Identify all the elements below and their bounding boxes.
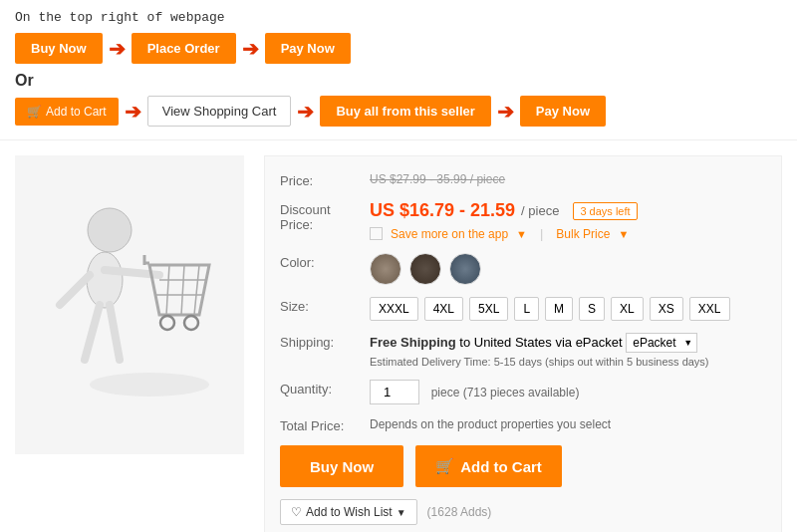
quantity-value-container: piece (713 pieces available) bbox=[370, 380, 766, 404]
svg-line-4 bbox=[85, 305, 100, 360]
discount-label: DiscountPrice: bbox=[280, 200, 370, 232]
svg-line-10 bbox=[181, 265, 184, 315]
wishlist-row: ♡ Add to Wish List ▼ (1628 Adds) bbox=[280, 499, 766, 525]
price-label: Price: bbox=[280, 171, 370, 188]
save-more-dropdown-icon[interactable]: ▼ bbox=[516, 228, 527, 240]
shipping-value: Free Shipping to United States via ePack… bbox=[370, 333, 766, 368]
size-xl[interactable]: XL bbox=[611, 297, 644, 321]
color-swatch-3[interactable] bbox=[449, 253, 481, 285]
product-image-container bbox=[15, 155, 244, 454]
color-row: Color: bbox=[280, 253, 766, 285]
instruction-text: On the top right of webpage bbox=[15, 10, 782, 25]
svg-line-5 bbox=[110, 305, 120, 360]
total-price-row: Total Price: Depends on the product prop… bbox=[280, 416, 766, 433]
svg-point-1 bbox=[87, 252, 123, 308]
shipping-row: Shipping: Free Shipping to United States… bbox=[280, 333, 766, 368]
svg-line-3 bbox=[60, 275, 90, 305]
size-options: XXXL 4XL 5XL L M S XL XS XXL bbox=[370, 297, 766, 321]
color-swatch-2[interactable] bbox=[409, 253, 441, 285]
buy-now-button-flow1[interactable]: Buy Now bbox=[15, 33, 103, 64]
total-price-depends: Depends on the product properties you se… bbox=[370, 417, 611, 431]
shipping-label: Shipping: bbox=[280, 333, 370, 350]
color-swatch-1[interactable] bbox=[370, 253, 401, 285]
place-order-button[interactable]: Place Order bbox=[132, 33, 236, 64]
price-unit: / piece bbox=[521, 203, 559, 218]
shipping-info: Free Shipping to United States via ePack… bbox=[370, 333, 766, 353]
arrow1: ➔ bbox=[109, 37, 126, 61]
color-label: Color: bbox=[280, 253, 370, 270]
svg-point-14 bbox=[160, 316, 174, 330]
action-buttons: Buy Now 🛒 Add to Cart bbox=[280, 445, 766, 487]
bulk-price-icon: ▼ bbox=[618, 228, 629, 240]
product-details-panel: Price: US $27.99 - 35.99 / piece Discoun… bbox=[264, 155, 782, 532]
svg-line-11 bbox=[194, 265, 199, 315]
price-row: Price: US $27.99 - 35.99 / piece bbox=[280, 171, 766, 188]
flow2-row: 🛒 Add to Cart ➔ View Shopping Cart ➔ Buy… bbox=[15, 96, 782, 127]
size-s[interactable]: S bbox=[579, 297, 605, 321]
size-l[interactable]: L bbox=[514, 297, 539, 321]
total-price-label: Total Price: bbox=[280, 416, 370, 433]
arrow3: ➔ bbox=[125, 100, 141, 124]
estimated-delivery-text: Estimated Delivery Time: 5-15 days (ship… bbox=[370, 356, 766, 368]
discount-value: US $16.79 - 21.59 / piece 3 days left Sa… bbox=[370, 200, 766, 241]
bulk-price-link[interactable]: Bulk Price bbox=[556, 227, 610, 241]
svg-point-16 bbox=[90, 373, 209, 397]
price-original: US $27.99 - 35.99 / piece bbox=[370, 172, 505, 186]
size-4xl[interactable]: 4XL bbox=[424, 297, 463, 321]
add-to-cart-button-main[interactable]: 🛒 Add to Cart bbox=[415, 445, 562, 487]
quantity-input[interactable] bbox=[370, 380, 419, 404]
wishlist-button[interactable]: ♡ Add to Wish List ▼ bbox=[280, 499, 417, 525]
or-text: Or bbox=[15, 72, 782, 90]
days-left-badge: 3 days left bbox=[573, 202, 637, 220]
quantity-row: Quantity: piece (713 pieces available) bbox=[280, 380, 766, 404]
size-xxl[interactable]: XXL bbox=[689, 297, 730, 321]
size-xxxl[interactable]: XXXL bbox=[370, 297, 418, 321]
save-more-row: Save more on the app ▼ | Bulk Price ▼ bbox=[370, 226, 766, 241]
save-more-text: Save more on the app bbox=[391, 227, 508, 241]
buy-from-seller-button[interactable]: Buy all from this seller bbox=[320, 96, 490, 127]
size-5xl[interactable]: 5XL bbox=[469, 297, 508, 321]
shopping-cart-figure bbox=[30, 175, 229, 434]
add-to-cart-button-flow2[interactable]: 🛒 Add to Cart bbox=[15, 98, 119, 126]
buy-now-button-main[interactable]: Buy Now bbox=[280, 445, 403, 487]
price-value: US $27.99 - 35.99 / piece bbox=[370, 171, 766, 186]
arrow4: ➔ bbox=[297, 100, 314, 124]
pay-now-button-flow1[interactable]: Pay Now bbox=[265, 33, 351, 64]
svg-point-15 bbox=[184, 316, 198, 330]
product-section: Price: US $27.99 - 35.99 / piece Discoun… bbox=[0, 140, 797, 532]
size-row: Size: XXXL 4XL 5XL L M S XL XS XXL bbox=[280, 297, 766, 321]
shipping-dropdown-wrap: ePacket bbox=[626, 333, 697, 353]
size-m[interactable]: M bbox=[545, 297, 573, 321]
flow1-row: Buy Now ➔ Place Order ➔ Pay Now bbox=[15, 33, 782, 64]
size-xs[interactable]: XS bbox=[650, 297, 683, 321]
wishlist-dropdown-icon: ▼ bbox=[397, 507, 406, 518]
arrow2: ➔ bbox=[242, 37, 259, 61]
quantity-label: Quantity: bbox=[280, 380, 370, 397]
free-shipping-text: Free Shipping bbox=[370, 335, 456, 350]
view-cart-button[interactable]: View Shopping Cart bbox=[147, 96, 292, 127]
save-more-checkbox[interactable] bbox=[370, 227, 383, 240]
color-swatches bbox=[370, 253, 766, 285]
heart-icon: ♡ bbox=[291, 505, 302, 519]
pay-now-button-flow2[interactable]: Pay Now bbox=[520, 96, 606, 127]
color-value bbox=[370, 253, 766, 285]
arrow5: ➔ bbox=[497, 100, 514, 124]
total-price-value: Depends on the product properties you se… bbox=[370, 416, 766, 431]
discount-row: DiscountPrice: US $16.79 - 21.59 / piece… bbox=[280, 200, 766, 241]
svg-line-9 bbox=[166, 265, 169, 315]
quantity-available: piece (713 pieces available) bbox=[431, 386, 580, 399]
size-label: Size: bbox=[280, 297, 370, 314]
size-value: XXXL 4XL 5XL L M S XL XS XXL bbox=[370, 297, 766, 321]
cart-icon-main: 🛒 bbox=[435, 457, 454, 475]
discount-price: US $16.79 - 21.59 bbox=[370, 200, 515, 221]
svg-point-0 bbox=[88, 208, 132, 252]
shipping-method-select[interactable]: ePacket bbox=[626, 333, 697, 353]
shipping-to-text: to United States via ePacket bbox=[459, 335, 622, 350]
wishlist-adds-count: (1628 Adds) bbox=[427, 505, 492, 519]
cart-icon-flow2: 🛒 bbox=[27, 105, 42, 119]
